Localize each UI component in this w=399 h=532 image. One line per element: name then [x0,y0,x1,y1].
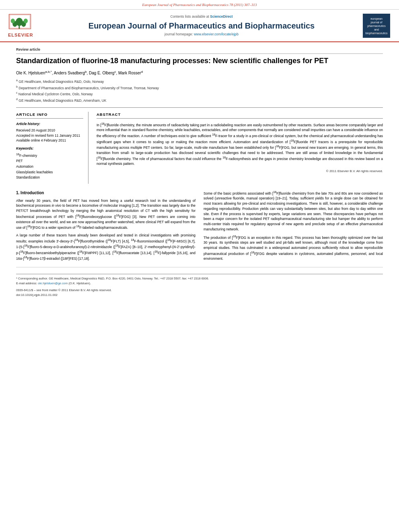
keywords-label: Keywords: [16,146,83,151]
introduction-heading: 1. Introduction [16,190,195,196]
email-link[interactable]: ole.hjelstuen@ge.com [38,281,68,285]
journal-homepage-link[interactable]: www.elsevier.com/locate/ejpb [194,32,239,36]
elsevier-text: ELSEVIER [8,32,40,38]
article-info-heading: ARTICLE INFO [16,112,83,119]
journal-title-area: Contents lists available at ScienceDirec… [46,14,357,37]
copyright-footer: 0939-6411/$ – see front matter © 2011 El… [16,288,383,293]
article-title: Standardization of fluorine-18 manufactu… [16,56,383,66]
affiliations: a GE Healthcare, Medical Diagnostics R&D… [16,78,383,103]
footnote-corresponding: * Corresponding author. GE Healthcare, M… [16,277,383,281]
copyright-line: © 2011 Elsevier B.V. All rights reserved… [97,169,383,173]
abstract-heading: ABSTRACT [97,112,383,119]
article-info-column: ARTICLE INFO Article history: Received 2… [16,112,88,184]
review-article-label: Review article [16,47,383,54]
journal-right-logo: europeanjournal ofpharmaceuticsandbiopha… [363,14,391,38]
footer-divider [16,267,383,267]
abstract-text: In [18F]fluoride chemistry, the minute a… [97,122,383,166]
received-date: Received 20 August 2010 [16,128,83,133]
doi-line: doi:10.1016/j.ejpb.2011.01.002 [16,293,383,298]
keyword-2: PET [16,158,83,164]
history-label: Article history: [16,122,83,127]
article-footer: * Corresponding author. GE Healthcare, M… [16,274,383,298]
intro-paragraph-4: The production of [18F]FDG is an excepti… [204,234,383,261]
article-history: Received 20 August 2010 Accepted in revi… [16,128,83,143]
journal-header: ELSEVIER Contents lists available at Sci… [0,10,399,42]
intro-paragraph-3: Some of the basic problems associated wi… [204,190,383,232]
affiliation-a: a GE Healthcare, Medical Diagnostics R&D… [16,78,383,84]
journal-main-title: European Journal of Pharmaceutics and Bi… [46,21,357,31]
keyword-3: Automation [16,164,83,170]
keyword-4: Glass/plastic leachables [16,170,83,175]
sciencedirect-line: Contents lists available at ScienceDirec… [46,14,357,19]
available-date: Available online 4 February 2011 [16,138,83,143]
info-abstract-section: ARTICLE INFO Article history: Received 2… [16,107,383,184]
svg-point-5 [24,18,28,23]
abstract-column: ABSTRACT In [18F]fluoride chemistry, the… [97,112,383,184]
intro-paragraph-2: A large number of these tracers have alr… [16,233,195,261]
sciencedirect-link[interactable]: ScienceDirect [210,14,232,18]
svg-point-4 [11,18,15,23]
journal-reference: European Journal of Pharmaceutics and Bi… [142,3,257,7]
affiliation-d: d GE Healthcare, Medical Diagnostics R&D… [16,97,383,103]
page-container: European Journal of Pharmaceutics and Bi… [0,0,399,532]
elsevier-logo: ELSEVIER [8,14,40,38]
body-section: 1. Introduction After nearly 30 years, t… [16,190,383,264]
affiliation-c: c National Medical Cyclotron Centre, Osl… [16,91,383,97]
article-content: Review article Standardization of fluori… [0,42,399,306]
accepted-date: Accepted in revised form 11 January 2011 [16,133,83,138]
intro-paragraph-1: After nearly 30 years, the field of PET … [16,198,195,230]
body-right-column: Some of the basic problems associated wi… [204,190,383,264]
keyword-1: 18F-chemistry [16,152,83,158]
keyword-5: Standardization [16,175,83,181]
journal-homepage: journal homepage: www.elsevier.com/locat… [46,32,357,37]
authors-line: Ole K. Hjelstuena,b,*, Anders Svadbergb,… [16,70,383,76]
email-label: E-mail address: [16,281,38,285]
affiliation-b: b Department of Pharmaceutics and Biopha… [16,85,383,91]
top-bar: European Journal of Pharmaceutics and Bi… [0,0,399,10]
body-left-column: 1. Introduction After nearly 30 years, t… [16,190,195,264]
keywords: 18F-chemistry PET Automation Glass/plast… [16,152,83,181]
footnote-email: E-mail address: ole.hjelstuen@ge.com (O.… [16,281,383,286]
email-author: (O.K. Hjelstuen). [68,281,91,285]
right-logo-text: europeanjournal ofpharmaceuticsandbiopha… [366,17,388,35]
